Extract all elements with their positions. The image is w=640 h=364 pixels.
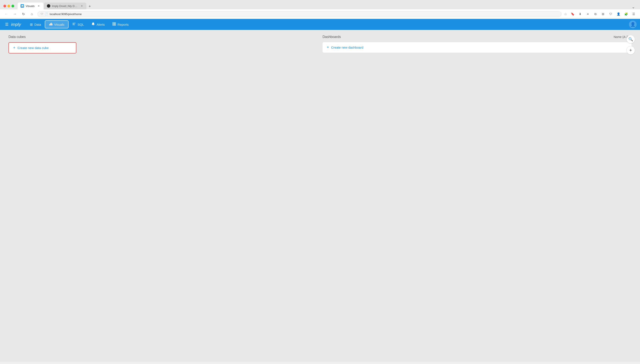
menu-button[interactable]: ☰ (631, 11, 636, 17)
nav-items: ⊞ Data Visuals (26, 19, 629, 30)
search-button[interactable]: 🔍 (626, 35, 635, 44)
svg-rect-1 (50, 23, 51, 26)
create-dashboard-button[interactable]: + Create new dashboard (323, 42, 631, 52)
nav-item-reports-label: Reports (118, 23, 129, 26)
download-button[interactable]: ⬇ (577, 11, 583, 17)
tab-overflow-button[interactable]: ⌄ (632, 5, 636, 9)
plus-icon-dashboard: + (327, 45, 329, 50)
tab-bar: 📊 Visuals ✕ Imply Druid | My Druid ✕ + ⌄ (18, 2, 636, 9)
dashboards-title: Dashboards (323, 35, 341, 39)
dashboards-section: Dashboards Name (A-Z) ▾ + Create new das… (323, 35, 631, 54)
nav-item-sql[interactable]: SQL (69, 19, 88, 30)
forward-button[interactable]: → (12, 11, 18, 17)
sql-icon (72, 22, 76, 26)
profile-icon: 👤 (630, 22, 635, 27)
bookmark-button[interactable]: ☆ (564, 12, 567, 16)
create-data-cube-label: Create new data cube (18, 46, 49, 50)
search-icon: 🔍 (628, 37, 633, 42)
browser-chrome: 📊 Visuals ✕ Imply Druid | My Druid ✕ + ⌄… (0, 0, 640, 364)
title-bar: 📊 Visuals ✕ Imply Druid | My Druid ✕ + ⌄ (0, 0, 640, 9)
visuals-icon (49, 22, 53, 26)
svg-rect-8 (113, 22, 114, 24)
profile-button[interactable]: 👤 (629, 20, 636, 28)
svg-rect-3 (52, 24, 53, 26)
security-icon: 🛡 (41, 12, 43, 16)
tab-visuals[interactable]: 📊 Visuals ✕ (18, 2, 44, 9)
reader-mode-button[interactable]: ≡ (585, 11, 591, 17)
home-button[interactable]: ⌂ (29, 11, 35, 17)
pocket-button[interactable]: 🔖 (569, 11, 575, 17)
main-content: Data cubes + Create new data cube Dashbo… (0, 30, 640, 362)
nav-item-reports[interactable]: Reports (109, 19, 133, 30)
new-tab-button[interactable]: + (87, 4, 93, 9)
shield-button[interactable]: 🛡 (608, 11, 614, 17)
pip-button[interactable]: ⧉ (592, 11, 598, 17)
close-tab-visuals[interactable]: ✕ (37, 4, 41, 8)
tab-druid-label: Imply Druid | My Druid (52, 4, 78, 8)
close-window-button[interactable] (4, 5, 6, 8)
data-cubes-section: Data cubes + Create new data cube (9, 35, 317, 54)
tab-visuals-label: Visuals (26, 4, 35, 8)
plus-icon: + (13, 46, 16, 50)
url-text: localhost:9095/pivot/home (50, 12, 82, 16)
nav-item-sql-label: SQL (78, 23, 84, 26)
maximize-window-button[interactable] (12, 5, 14, 8)
alerts-icon (92, 22, 95, 26)
app-wrapper: ☰ imply ⊞ Data Visu (0, 19, 640, 362)
close-tab-druid[interactable]: ✕ (80, 4, 83, 8)
browser-actions: 🔖 ⬇ ≡ ⧉ ⊞ 🛡 👤 🧩 ☰ (569, 11, 636, 17)
svg-rect-7 (93, 25, 94, 26)
nav-item-visuals[interactable]: Visuals (45, 20, 69, 28)
add-icon: + (629, 48, 632, 53)
svg-rect-11 (114, 24, 116, 26)
window-controls (4, 5, 14, 8)
url-bar[interactable]: 🛡 📄 localhost:9095/pivot/home (37, 11, 561, 17)
data-cubes-title: Data cubes (9, 35, 317, 39)
page-icon: 📄 (45, 12, 48, 16)
nav-item-alerts[interactable]: Alerts (88, 19, 109, 30)
create-dashboard-label: Create new dashboard (331, 46, 363, 49)
content-grid: Data cubes + Create new data cube Dashbo… (9, 35, 631, 54)
svg-rect-0 (49, 24, 50, 26)
account-button[interactable]: 👤 (615, 11, 621, 17)
reports-icon (113, 22, 116, 26)
sidebar-actions: 🔍 + (626, 35, 635, 54)
svg-rect-2 (51, 23, 52, 26)
data-icon: ⊞ (30, 22, 33, 26)
grid-button[interactable]: ⊞ (600, 11, 606, 17)
nav-item-data-label: Data (34, 23, 41, 26)
app-menu-button[interactable]: ☰ (4, 20, 10, 28)
app-nav: ☰ imply ⊞ Data Visu (0, 19, 640, 30)
add-button[interactable]: + (626, 46, 635, 54)
create-data-cube-button[interactable]: + Create new data cube (9, 42, 76, 54)
reload-button[interactable]: ↻ (20, 11, 26, 17)
nav-item-alerts-label: Alerts (97, 23, 105, 26)
svg-rect-10 (113, 24, 114, 26)
minimize-window-button[interactable] (8, 5, 10, 8)
extensions-button[interactable]: 🧩 (623, 11, 629, 17)
dashboards-header: Dashboards Name (A-Z) ▾ (323, 35, 631, 39)
svg-rect-9 (114, 22, 116, 24)
tab-druid[interactable]: Imply Druid | My Druid ✕ (44, 2, 86, 9)
back-button[interactable]: ← (4, 11, 9, 17)
app-logo: imply (11, 22, 21, 27)
address-bar: ← → ↻ ⌂ 🛡 📄 localhost:9095/pivot/home ☆ … (0, 9, 640, 19)
nav-item-data[interactable]: ⊞ Data (26, 19, 45, 30)
nav-item-visuals-label: Visuals (54, 23, 64, 26)
